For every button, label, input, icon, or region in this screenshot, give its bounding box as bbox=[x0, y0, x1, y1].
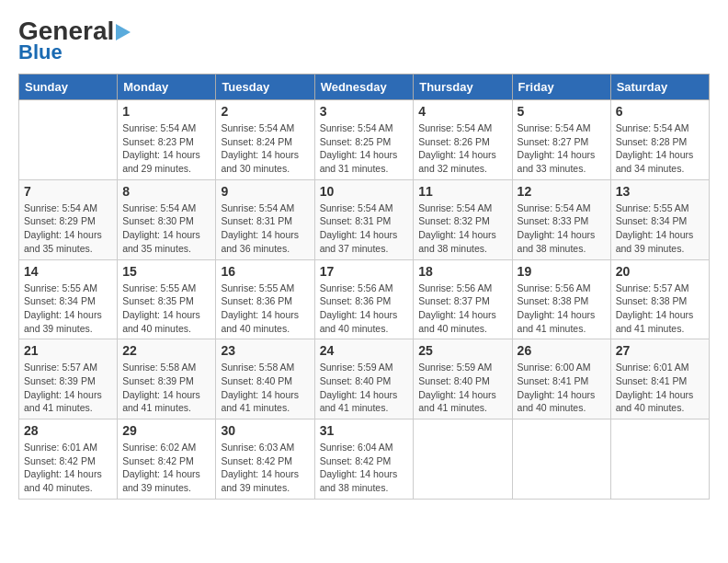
weekday-header-sunday: Sunday bbox=[19, 75, 118, 100]
day-detail: Sunrise: 5:54 AMSunset: 8:26 PMDaylight:… bbox=[418, 121, 506, 176]
day-number: 19 bbox=[518, 264, 606, 279]
day-number: 25 bbox=[418, 343, 506, 358]
day-number: 6 bbox=[616, 104, 704, 119]
calendar-cell: 27Sunrise: 6:01 AMSunset: 8:41 PMDayligh… bbox=[610, 339, 709, 419]
day-detail: Sunrise: 5:56 AMSunset: 8:38 PMDaylight:… bbox=[518, 282, 606, 336]
calendar-cell: 28Sunrise: 6:01 AMSunset: 8:42 PMDayligh… bbox=[19, 419, 118, 500]
day-number: 10 bbox=[320, 184, 409, 199]
day-number: 5 bbox=[518, 104, 606, 119]
day-detail: Sunrise: 5:57 AMSunset: 8:38 PMDaylight:… bbox=[616, 282, 704, 336]
day-number: 29 bbox=[122, 423, 210, 438]
day-detail: Sunrise: 5:54 AMSunset: 8:32 PMDaylight:… bbox=[418, 201, 506, 256]
day-number: 31 bbox=[320, 423, 409, 438]
weekday-header-friday: Friday bbox=[512, 75, 610, 100]
day-detail: Sunrise: 5:54 AMSunset: 8:33 PMDaylight:… bbox=[518, 201, 606, 256]
day-number: 3 bbox=[320, 104, 409, 119]
calendar-cell bbox=[610, 419, 709, 500]
calendar-cell: 12Sunrise: 5:54 AMSunset: 8:33 PMDayligh… bbox=[512, 179, 610, 259]
day-number: 16 bbox=[221, 264, 309, 279]
day-number: 2 bbox=[221, 104, 309, 119]
day-number: 13 bbox=[616, 184, 704, 199]
calendar-cell: 15Sunrise: 5:55 AMSunset: 8:35 PMDayligh… bbox=[118, 259, 216, 339]
calendar-cell: 29Sunrise: 6:02 AMSunset: 8:42 PMDayligh… bbox=[118, 419, 216, 500]
day-detail: Sunrise: 5:58 AMSunset: 8:40 PMDaylight:… bbox=[221, 361, 309, 415]
logo: General Blue bbox=[18, 18, 131, 64]
day-detail: Sunrise: 5:59 AMSunset: 8:40 PMDaylight:… bbox=[320, 361, 409, 415]
calendar-table: SundayMondayTuesdayWednesdayThursdayFrid… bbox=[18, 74, 710, 500]
calendar-cell: 4Sunrise: 5:54 AMSunset: 8:26 PMDaylight… bbox=[414, 100, 512, 180]
day-number: 14 bbox=[24, 264, 112, 279]
day-detail: Sunrise: 5:56 AMSunset: 8:36 PMDaylight:… bbox=[320, 282, 409, 336]
day-detail: Sunrise: 5:57 AMSunset: 8:39 PMDaylight:… bbox=[24, 361, 112, 415]
day-number: 30 bbox=[221, 423, 309, 438]
calendar-header: SundayMondayTuesdayWednesdayThursdayFrid… bbox=[19, 75, 710, 100]
day-number: 4 bbox=[418, 104, 506, 119]
calendar-cell: 21Sunrise: 5:57 AMSunset: 8:39 PMDayligh… bbox=[19, 339, 118, 419]
day-number: 7 bbox=[24, 184, 112, 199]
calendar-cell: 5Sunrise: 5:54 AMSunset: 8:27 PMDaylight… bbox=[512, 100, 610, 180]
calendar-cell: 11Sunrise: 5:54 AMSunset: 8:32 PMDayligh… bbox=[414, 179, 512, 259]
day-detail: Sunrise: 5:54 AMSunset: 8:29 PMDaylight:… bbox=[24, 201, 112, 256]
day-detail: Sunrise: 5:54 AMSunset: 8:24 PMDaylight:… bbox=[221, 121, 309, 176]
day-detail: Sunrise: 5:55 AMSunset: 8:34 PMDaylight:… bbox=[616, 201, 704, 256]
day-number: 27 bbox=[616, 343, 704, 358]
calendar-week-2: 7Sunrise: 5:54 AMSunset: 8:29 PMDaylight… bbox=[19, 179, 710, 259]
day-detail: Sunrise: 6:01 AMSunset: 8:41 PMDaylight:… bbox=[616, 361, 704, 415]
calendar-cell: 8Sunrise: 5:54 AMSunset: 8:30 PMDaylight… bbox=[118, 179, 216, 259]
calendar-cell: 16Sunrise: 5:55 AMSunset: 8:36 PMDayligh… bbox=[216, 259, 314, 339]
calendar-cell: 20Sunrise: 5:57 AMSunset: 8:38 PMDayligh… bbox=[610, 259, 709, 339]
day-detail: Sunrise: 6:02 AMSunset: 8:42 PMDaylight:… bbox=[122, 441, 210, 495]
day-detail: Sunrise: 5:55 AMSunset: 8:34 PMDaylight:… bbox=[24, 282, 112, 336]
day-detail: Sunrise: 5:54 AMSunset: 8:31 PMDaylight:… bbox=[320, 201, 409, 256]
day-detail: Sunrise: 5:54 AMSunset: 8:31 PMDaylight:… bbox=[221, 201, 309, 256]
day-detail: Sunrise: 5:54 AMSunset: 8:28 PMDaylight:… bbox=[616, 121, 704, 176]
calendar-cell: 22Sunrise: 5:58 AMSunset: 8:39 PMDayligh… bbox=[118, 339, 216, 419]
weekday-header-thursday: Thursday bbox=[414, 75, 512, 100]
calendar-body: 1Sunrise: 5:54 AMSunset: 8:23 PMDaylight… bbox=[19, 100, 710, 500]
calendar-cell: 3Sunrise: 5:54 AMSunset: 8:25 PMDaylight… bbox=[314, 100, 414, 180]
calendar-cell: 14Sunrise: 5:55 AMSunset: 8:34 PMDayligh… bbox=[19, 259, 118, 339]
calendar-cell: 2Sunrise: 5:54 AMSunset: 8:24 PMDaylight… bbox=[216, 100, 314, 180]
day-number: 15 bbox=[122, 264, 210, 279]
day-detail: Sunrise: 6:03 AMSunset: 8:42 PMDaylight:… bbox=[221, 441, 309, 495]
calendar-week-5: 28Sunrise: 6:01 AMSunset: 8:42 PMDayligh… bbox=[19, 419, 710, 500]
calendar-cell: 17Sunrise: 5:56 AMSunset: 8:36 PMDayligh… bbox=[314, 259, 414, 339]
page-header: General Blue bbox=[18, 18, 710, 64]
day-detail: Sunrise: 6:00 AMSunset: 8:41 PMDaylight:… bbox=[518, 361, 606, 415]
day-number: 24 bbox=[320, 343, 409, 358]
weekday-header-row: SundayMondayTuesdayWednesdayThursdayFrid… bbox=[19, 75, 710, 100]
day-detail: Sunrise: 5:55 AMSunset: 8:36 PMDaylight:… bbox=[221, 282, 309, 336]
calendar-cell: 19Sunrise: 5:56 AMSunset: 8:38 PMDayligh… bbox=[512, 259, 610, 339]
calendar-week-3: 14Sunrise: 5:55 AMSunset: 8:34 PMDayligh… bbox=[19, 259, 710, 339]
day-number: 22 bbox=[122, 343, 210, 358]
calendar-cell: 7Sunrise: 5:54 AMSunset: 8:29 PMDaylight… bbox=[19, 179, 118, 259]
day-number: 21 bbox=[24, 343, 112, 358]
day-detail: Sunrise: 5:54 AMSunset: 8:30 PMDaylight:… bbox=[122, 201, 210, 256]
calendar-cell: 18Sunrise: 5:56 AMSunset: 8:37 PMDayligh… bbox=[414, 259, 512, 339]
calendar-cell: 13Sunrise: 5:55 AMSunset: 8:34 PMDayligh… bbox=[610, 179, 709, 259]
day-number: 8 bbox=[122, 184, 210, 199]
day-detail: Sunrise: 6:04 AMSunset: 8:42 PMDaylight:… bbox=[320, 441, 409, 495]
day-detail: Sunrise: 5:54 AMSunset: 8:25 PMDaylight:… bbox=[320, 121, 409, 176]
calendar-cell bbox=[19, 100, 118, 180]
calendar-cell: 23Sunrise: 5:58 AMSunset: 8:40 PMDayligh… bbox=[216, 339, 314, 419]
calendar-week-1: 1Sunrise: 5:54 AMSunset: 8:23 PMDaylight… bbox=[19, 100, 710, 180]
weekday-header-wednesday: Wednesday bbox=[314, 75, 414, 100]
calendar-cell: 25Sunrise: 5:59 AMSunset: 8:40 PMDayligh… bbox=[414, 339, 512, 419]
calendar-week-4: 21Sunrise: 5:57 AMSunset: 8:39 PMDayligh… bbox=[19, 339, 710, 419]
day-number: 28 bbox=[24, 423, 112, 438]
day-detail: Sunrise: 5:55 AMSunset: 8:35 PMDaylight:… bbox=[122, 282, 210, 336]
day-detail: Sunrise: 5:59 AMSunset: 8:40 PMDaylight:… bbox=[418, 361, 506, 415]
calendar-cell: 31Sunrise: 6:04 AMSunset: 8:42 PMDayligh… bbox=[314, 419, 414, 500]
day-number: 1 bbox=[122, 104, 210, 119]
calendar-cell: 30Sunrise: 6:03 AMSunset: 8:42 PMDayligh… bbox=[216, 419, 314, 500]
logo-blue: Blue bbox=[18, 40, 63, 64]
day-detail: Sunrise: 6:01 AMSunset: 8:42 PMDaylight:… bbox=[24, 441, 112, 495]
day-number: 26 bbox=[518, 343, 606, 358]
day-detail: Sunrise: 5:54 AMSunset: 8:27 PMDaylight:… bbox=[518, 121, 606, 176]
calendar-cell bbox=[414, 419, 512, 500]
day-number: 18 bbox=[418, 264, 506, 279]
calendar-cell bbox=[512, 419, 610, 500]
day-number: 23 bbox=[221, 343, 309, 358]
day-detail: Sunrise: 5:56 AMSunset: 8:37 PMDaylight:… bbox=[418, 282, 506, 336]
